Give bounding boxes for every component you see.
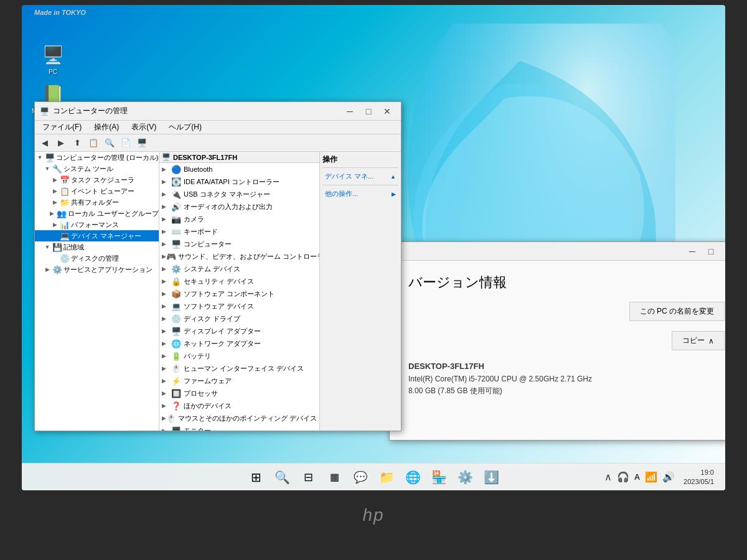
toolbar-btn4[interactable]: 🖥️: [134, 136, 149, 150]
toolbar-btn2[interactable]: 🔍: [102, 136, 117, 150]
toolbar-forward[interactable]: ▶: [54, 136, 68, 150]
device-firmware[interactable]: ▶ ⚡ ファームウェア: [159, 375, 319, 387]
tree-storage[interactable]: ▼ 💾 記憶域: [35, 241, 159, 253]
device-sound[interactable]: ▶ 🎮 サウンド、ビデオ、およびゲーム コントローラー: [159, 250, 319, 263]
rename-pc-button[interactable]: この PC の名前を変更: [629, 302, 725, 321]
systray-headphones-icon[interactable]: 🎧: [616, 470, 631, 484]
systray-expand-icon[interactable]: ∧: [603, 470, 613, 484]
taskbar-edge[interactable]: 🌐: [401, 465, 425, 489]
device-hid[interactable]: ▶ 🖱️ ヒューマン インターフェイス デバイス: [159, 362, 319, 375]
device-keyboard[interactable]: ▶ ⌨️ キーボード: [159, 225, 319, 238]
taskbar-store[interactable]: 🏪: [427, 465, 451, 489]
device-list-panel[interactable]: 🖥️ DESKTOP-3FL17FH ▶ 🔵 Bluetooth ▶ 💽 IDE…: [159, 152, 320, 431]
left-tree-panel[interactable]: ▼ 🖥️ コンピューターの管理 (ローカル) ▼ 🔧 システム ツール: [35, 152, 159, 431]
device-ide[interactable]: ▶ 💽 IDE ATA/ATAPI コントローラー: [159, 175, 319, 188]
device-camera[interactable]: ▶ 📷 カメラ: [159, 213, 319, 225]
action-devmgr-arrow: ▲: [390, 174, 396, 180]
systray-lang-icon[interactable]: A: [633, 471, 641, 483]
toolbar-btn3[interactable]: 📄: [118, 136, 133, 150]
sysinfo-titlebar: ─ □ ✕: [390, 242, 725, 261]
sysinfo-title: バージョン情報: [408, 273, 725, 292]
taskbar-download[interactable]: ⬇️: [479, 465, 503, 489]
tree-services[interactable]: ▶ ⚙️ サービスとアプリケーション: [35, 264, 159, 275]
taskbar-widgets[interactable]: ▦: [322, 465, 346, 489]
tree-label-localusers: ローカル ユーザーとグループ: [68, 209, 159, 218]
tree-event-viewer[interactable]: ▶ 📋 イベント ビューアー: [35, 185, 159, 197]
action-divider-1: [322, 167, 398, 168]
device-other[interactable]: ▶ ❓ ほかのデバイス: [159, 399, 319, 412]
device-sysdev[interactable]: ▶ ⚙️ システム デバイス: [159, 263, 319, 275]
device-disk[interactable]: ▶ 💿 ディスク ドライブ: [159, 312, 319, 325]
device-battery[interactable]: ▶ 🔋 バッテリ: [159, 350, 319, 362]
tree-root[interactable]: ▼ 🖥️ コンピューターの管理 (ローカル): [35, 152, 159, 163]
device-display[interactable]: ▶ 🖥️ ディスプレイ アダプター: [159, 325, 319, 337]
processor-label: プロセッサ: [184, 389, 218, 398]
minimize-button[interactable]: ─: [341, 105, 359, 118]
close-button[interactable]: ✕: [378, 105, 396, 118]
device-swcomp[interactable]: ▶ 📦 ソフトウェア コンポーネント: [159, 287, 319, 300]
hid-icon: 🖱️: [171, 363, 182, 374]
menu-help[interactable]: ヘルプ(H): [164, 121, 207, 134]
menu-action[interactable]: 操作(A): [89, 121, 124, 134]
menu-file[interactable]: ファイル(F): [37, 121, 87, 134]
tree-shared-folder[interactable]: ▶ 📁 共有フォルダー: [35, 197, 159, 208]
ide-icon: 💽: [171, 176, 182, 187]
systray-wifi-icon[interactable]: 📶: [644, 470, 659, 484]
tree-performance[interactable]: ▶ 📊 パフォーマンス: [35, 219, 159, 230]
device-computer[interactable]: ▶ 🖥️ コンピューター: [159, 238, 319, 250]
pc-icon-label: PC: [49, 68, 57, 75]
sysinfo-close-button[interactable]: ✕: [721, 245, 725, 258]
taskbar-clock[interactable]: 19:0 2023/05/1: [679, 468, 719, 486]
taskbar-explorer[interactable]: 📁: [375, 465, 398, 489]
toolbar-up[interactable]: ⬆: [70, 136, 85, 150]
sysinfo-window: ─ □ ✕ バージョン情報 この PC の名前を変更 コピー: [389, 241, 725, 441]
tree-icon-diskmgmt: 💿: [60, 253, 70, 263]
action-other[interactable]: 他の操作... ▶: [322, 188, 398, 200]
copy-button[interactable]: コピー ∧: [672, 331, 725, 350]
laptop-outer: Made in TOKYO: [0, 0, 747, 560]
tree-toggle-eventv: ▶: [50, 186, 60, 196]
device-security[interactable]: ▶ 🔒 セキュリティ デバイス: [159, 275, 319, 287]
device-usb-connector[interactable]: ▶ 🔌 USB コネクタ マネージャー: [159, 188, 319, 200]
tree-system-tools[interactable]: ▼ 🔧 システム ツール: [35, 163, 159, 174]
sysinfo-maximize-button[interactable]: □: [702, 245, 720, 258]
taskbar-search[interactable]: 🔍: [270, 465, 294, 489]
tree-label-tasksched: タスク スケジューラ: [71, 175, 134, 185]
tree-local-users[interactable]: ▶ 👥 ローカル ユーザーとグループ: [35, 208, 159, 219]
copy-label: コピー: [682, 335, 705, 346]
device-audio[interactable]: ▶ 🔊 オーディオの入力および出力: [159, 200, 319, 213]
camera-label: カメラ: [184, 215, 204, 224]
toolbar-back[interactable]: ◀: [37, 136, 52, 150]
store-icon: 🏪: [431, 470, 447, 485]
hid-label: ヒューマン インターフェイス デバイス: [184, 364, 304, 373]
desktop-icon-pc[interactable]: 🖥️ PC: [31, 42, 75, 75]
expand-battery: ▶: [162, 353, 171, 359]
disk-label: ディスク ドライブ: [184, 314, 240, 324]
menu-view[interactable]: 表示(V): [126, 121, 161, 134]
device-monitor[interactable]: ▶ 🖥️ モニター: [159, 424, 319, 431]
tree-disk-mgmt[interactable]: 💿 ディスクの管理: [35, 253, 159, 264]
expand-usbc: ▶: [162, 191, 171, 197]
device-swdev[interactable]: ▶ 💻 ソフトウェア デバイス: [159, 300, 319, 312]
taskbar-teams[interactable]: 💬: [349, 465, 372, 489]
device-processor[interactable]: ▶ 🔲 プロセッサ: [159, 387, 319, 399]
tree-device-manager[interactable]: 💻 デバイス マネージャー: [35, 230, 159, 241]
tree-task-sched[interactable]: ▶ 📅 タスク スケジューラ: [35, 174, 159, 185]
download-icon: ⬇️: [484, 470, 499, 485]
swcomp-label: ソフトウェア コンポーネント: [184, 289, 275, 299]
device-mouse[interactable]: ▶ 🖱️ マウスとそのほかのポインティング デバイス: [159, 412, 319, 424]
action-device-manager[interactable]: デバイス マネ... ▲: [322, 170, 398, 182]
taskbar-start[interactable]: ⊞: [244, 465, 268, 489]
computer-icon: 🖥️: [171, 238, 182, 250]
taskbar-settings[interactable]: ⚙️: [453, 465, 477, 489]
device-bluetooth[interactable]: ▶ 🔵 Bluetooth: [159, 163, 319, 175]
tree-toggle-root: ▼: [35, 152, 45, 162]
action-divider-2: [322, 185, 398, 185]
maximize-button[interactable]: □: [360, 105, 377, 118]
battery-label: バッテリ: [184, 352, 211, 361]
device-network[interactable]: ▶ 🌐 ネットワーク アダプター: [159, 337, 319, 350]
systray-volume-icon[interactable]: 🔊: [661, 470, 676, 484]
taskbar-taskview[interactable]: ⊟: [296, 465, 320, 489]
toolbar-btn1[interactable]: 📋: [86, 136, 101, 150]
sysinfo-minimize-button[interactable]: ─: [684, 245, 701, 258]
